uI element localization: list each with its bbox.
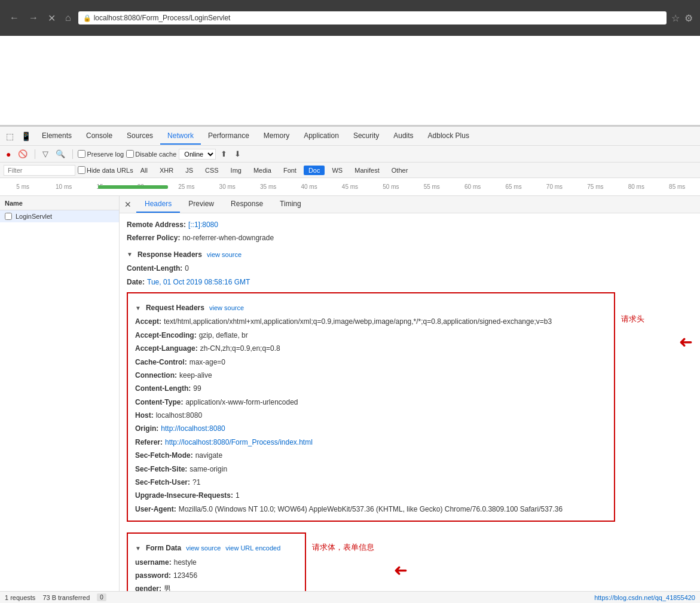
form-data-annotation: 请求体，表单信息 ➜ — [312, 529, 408, 585]
tab-sources[interactable]: Sources — [120, 128, 160, 145]
sec-fetch-mode-key: Sec-Fetch-Mode: — [135, 449, 193, 461]
filter-all[interactable]: All — [136, 166, 152, 175]
extensions-button[interactable]: ⚙ — [684, 13, 693, 24]
disable-cache-label[interactable]: Disable cache — [126, 150, 176, 158]
hide-data-urls-label[interactable]: Hide data URLs — [78, 166, 133, 174]
filter-doc[interactable]: Doc — [304, 166, 325, 175]
search-icon[interactable]: 🔍 — [53, 148, 68, 160]
detail-tab-headers[interactable]: Headers — [136, 196, 180, 213]
accept-encoding-key: Accept-Encoding: — [135, 329, 197, 341]
export-button[interactable]: ⬇ — [232, 148, 243, 160]
accept-language-row: Accept-Language: zh-CN,zh;q=0.9,en;q=0.8 — [135, 342, 607, 355]
detail-tab-timing[interactable]: Timing — [271, 196, 310, 213]
status-left: 1 requests 73 B transferred 0 — [5, 593, 106, 601]
detail-tab-response[interactable]: Response — [222, 196, 271, 213]
filter-manifest[interactable]: Manifest — [350, 166, 384, 175]
sec-fetch-mode-row: Sec-Fetch-Mode: navigate — [135, 449, 607, 462]
address-bar[interactable]: 🔒 localhost:8080/Form_Process/LoginServl… — [78, 11, 667, 25]
accept-val: text/html,application/xhtml+xml,applicat… — [164, 316, 552, 327]
toolbar-separator-1 — [35, 149, 35, 159]
tab-network[interactable]: Network — [160, 128, 201, 145]
password-row: password: 123456 — [135, 569, 298, 582]
origin-row: Origin: http://localhost:8080 — [135, 422, 607, 435]
import-button[interactable]: ⬆ — [218, 148, 230, 160]
filter-input[interactable] — [4, 165, 75, 176]
sec-fetch-user-key: Sec-Fetch-User: — [135, 476, 190, 488]
date-row: Date: Tue, 01 Oct 2019 08:58:16 GMT — [127, 276, 693, 289]
connection-key: Connection: — [135, 369, 177, 381]
upgrade-insecure-key: Upgrade-Insecure-Requests: — [135, 489, 233, 501]
requests-header: Name — [0, 196, 119, 210]
request-checkbox[interactable] — [5, 213, 12, 220]
record-button[interactable]: ● — [4, 148, 13, 160]
tab-performance[interactable]: Performance — [201, 128, 256, 145]
table-row[interactable]: LoginServlet — [0, 210, 119, 222]
detail-close-button[interactable]: ✕ — [120, 197, 136, 212]
filter-font[interactable]: Font — [279, 166, 301, 175]
device-toolbar-button[interactable]: 📱 — [17, 129, 35, 143]
status-bar: 1 requests 73 B transferred 0 https://bl… — [0, 591, 700, 603]
disable-cache-checkbox[interactable] — [126, 150, 134, 158]
referrer-policy-row: Referrer Policy: no-referrer-when-downgr… — [127, 231, 693, 244]
tab-application[interactable]: Application — [296, 128, 346, 145]
forward-button[interactable]: → — [26, 10, 41, 26]
filter-icon[interactable]: ▽ — [40, 148, 51, 160]
response-headers-link[interactable]: view source — [207, 249, 242, 261]
preserve-log-checkbox[interactable] — [78, 150, 85, 158]
content-type-val: application/x-www-form-urlencoded — [185, 396, 298, 408]
detail-tab-bar: ✕ Headers Preview Response Timing — [120, 196, 700, 213]
hide-data-urls-checkbox[interactable] — [78, 166, 85, 174]
sec-fetch-site-row: Sec-Fetch-Site: same-origin — [135, 463, 607, 476]
preserve-log-label[interactable]: Preserve log — [78, 150, 124, 158]
content-length-row: Content-Length: 0 — [127, 262, 693, 275]
back-button[interactable]: ← — [7, 10, 22, 26]
inspect-element-button[interactable]: ⬚ — [2, 129, 17, 143]
tab-elements[interactable]: Elements — [35, 128, 79, 145]
close-button[interactable]: ✕ — [45, 10, 58, 26]
filter-other[interactable]: Other — [387, 166, 413, 175]
username-val: hestyle — [174, 556, 197, 568]
bookmark-button[interactable]: ☆ — [671, 13, 680, 24]
sec-fetch-mode-val: navigate — [195, 449, 222, 461]
requests-panel: Name LoginServlet — [0, 196, 120, 603]
user-agent-key: User-Agent: — [135, 503, 176, 515]
toolbar-separator-2 — [72, 149, 73, 159]
content-length-val: 0 — [185, 262, 189, 274]
accept-row: Accept: text/html,application/xhtml+xml,… — [135, 315, 607, 328]
accept-encoding-row: Accept-Encoding: gzip, deflate, br — [135, 329, 607, 342]
filter-img[interactable]: Img — [226, 166, 246, 175]
request-headers-annotation: 请求头 ➜ — [621, 289, 693, 357]
tab-memory[interactable]: Memory — [256, 128, 296, 145]
referer-key: Referer: — [135, 436, 163, 448]
devtools-panel: ⬚ 📱 Elements Console Sources Network Per… — [0, 126, 700, 603]
filter-css[interactable]: CSS — [200, 166, 224, 175]
detail-panel: ✕ Headers Preview Response Timing Remote… — [120, 196, 700, 603]
response-headers-label: Response Headers — [137, 249, 202, 261]
tab-security[interactable]: Security — [346, 128, 386, 145]
form-data-view-source[interactable]: view source — [186, 543, 221, 554]
tab-console[interactable]: Console — [79, 128, 120, 145]
timeline-row: 5 ms 10 ms 15 ms 20 ms 25 ms 30 ms 35 ms… — [0, 178, 700, 196]
tab-audits[interactable]: Audits — [386, 128, 420, 145]
request-headers-link[interactable]: view source — [209, 302, 244, 314]
req-content-length-val: 99 — [193, 382, 201, 394]
throttle-select[interactable]: Online — [179, 149, 216, 160]
filter-xhr[interactable]: XHR — [155, 166, 178, 175]
clear-button[interactable]: 🚫 — [16, 148, 30, 160]
tl-25ms: 25 ms — [166, 183, 207, 190]
filter-ws[interactable]: WS — [327, 166, 347, 175]
form-data-view-url-encoded[interactable]: view URL encoded — [225, 543, 280, 554]
remote-address-row: Remote Address: [::1]:8080 — [127, 218, 693, 231]
password-val: 123456 — [173, 570, 197, 581]
filter-media[interactable]: Media — [249, 166, 276, 175]
detail-tab-preview[interactable]: Preview — [180, 196, 222, 213]
sec-fetch-user-row: Sec-Fetch-User: ?1 — [135, 476, 607, 489]
home-button[interactable]: ⌂ — [63, 10, 74, 26]
cache-control-key: Cache-Control: — [135, 356, 187, 368]
filter-js[interactable]: JS — [181, 166, 198, 175]
request-headers-annotation-text: 请求头 — [621, 313, 693, 326]
origin-key: Origin: — [135, 423, 158, 434]
tab-adblock[interactable]: Adblock Plus — [421, 128, 476, 145]
accept-encoding-val: gzip, deflate, br — [199, 329, 248, 341]
main-split-pane: Name LoginServlet ✕ Headers Preview Resp… — [0, 196, 700, 603]
